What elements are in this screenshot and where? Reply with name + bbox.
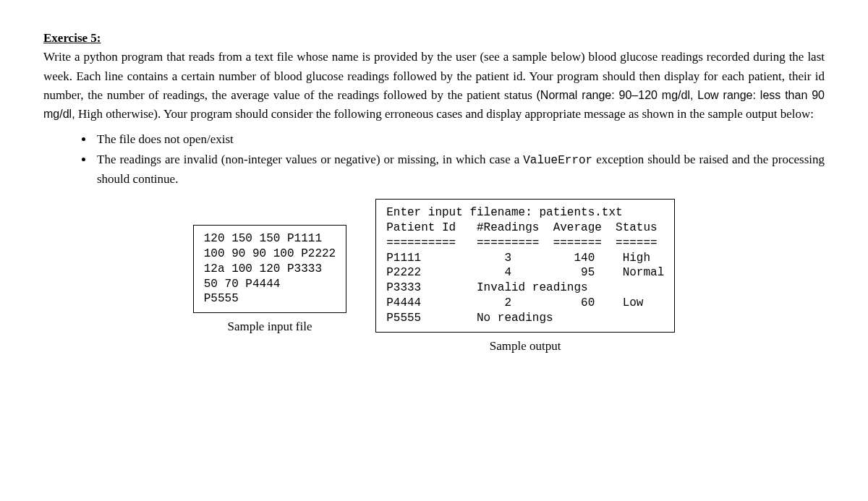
bullet-text: The file does not open/exist <box>97 132 234 146</box>
bullet-list: The file does not open/exist The reading… <box>43 130 825 189</box>
sample-output-col: Enter input filename: patients.txt Patie… <box>375 199 675 356</box>
list-item: The file does not open/exist <box>94 130 825 149</box>
paragraph-text-2: High otherwise). Your program should con… <box>78 107 814 121</box>
sample-output-box: Enter input filename: patients.txt Patie… <box>375 199 675 332</box>
code-text: ValueError <box>523 154 592 167</box>
samples-row: 120 150 150 P1111 100 90 90 100 P2222 12… <box>43 199 825 356</box>
exercise-paragraph: Exercise 5: Write a python program that … <box>43 29 825 124</box>
sample-input-box: 120 150 150 P1111 100 90 90 100 P2222 12… <box>193 225 346 313</box>
list-item: The readings are invalid (non-integer va… <box>94 150 825 189</box>
sample-output-caption: Sample output <box>490 337 561 356</box>
sample-input-col: 120 150 150 P1111 100 90 90 100 P2222 12… <box>193 199 346 356</box>
exercise-title: Exercise 5: <box>43 31 101 45</box>
bullet-text-a: The readings are invalid (non-integer va… <box>97 153 523 166</box>
sample-input-caption: Sample input file <box>227 317 312 336</box>
